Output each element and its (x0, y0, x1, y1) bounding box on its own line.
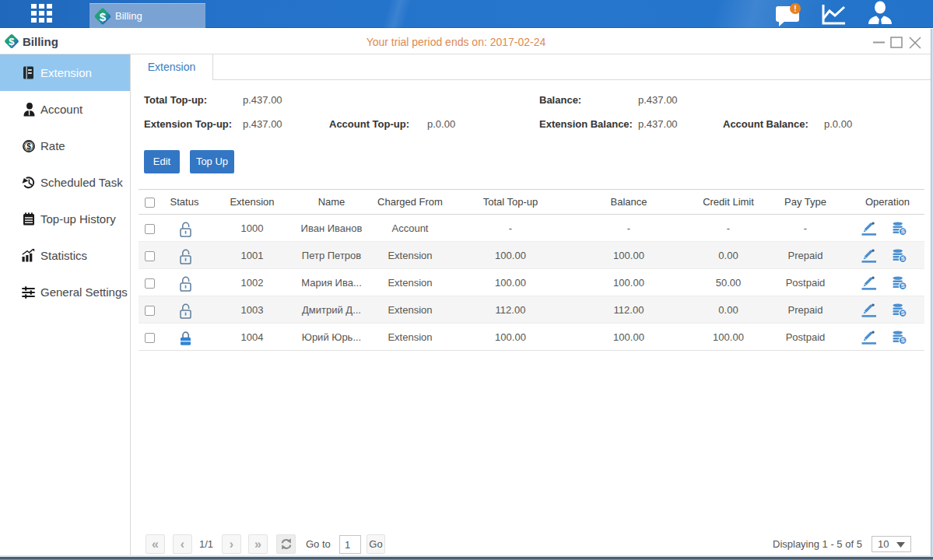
svg-text:$: $ (9, 36, 15, 47)
svg-text:S: S (900, 310, 904, 317)
svg-text:S: S (900, 228, 904, 235)
svg-text:S: S (900, 255, 904, 262)
svg-text:$: $ (100, 9, 107, 23)
svg-text:S: S (900, 337, 904, 344)
svg-text:S: S (900, 282, 904, 289)
svg-text:!: ! (794, 5, 796, 13)
svg-text:$: $ (26, 142, 31, 150)
